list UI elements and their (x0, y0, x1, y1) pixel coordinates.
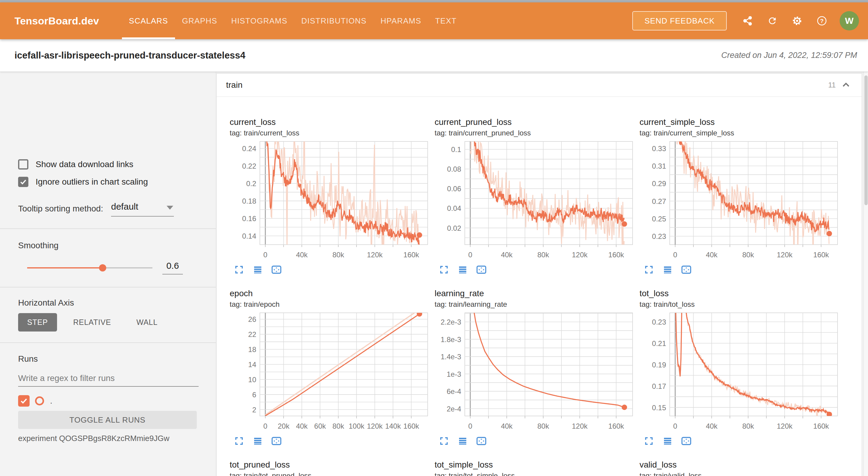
svg-text:0.29: 0.29 (652, 180, 666, 188)
scalar-chart-card: current_pruned_loss tag: train/current_p… (435, 117, 634, 277)
show-download-links-checkbox[interactable]: Show data download links (18, 159, 133, 169)
svg-text:0.22: 0.22 (242, 162, 256, 170)
train-section-header[interactable]: train 11 (217, 73, 862, 97)
checkbox-checked[interactable] (18, 177, 28, 187)
horizontal-axis-label: Horizontal Axis (18, 298, 74, 308)
log-scale-lines-icon[interactable] (253, 436, 263, 446)
run-checkbox-checked[interactable] (18, 395, 30, 407)
svg-text:0: 0 (468, 422, 472, 430)
svg-text:0.02: 0.02 (447, 224, 461, 232)
svg-text:40k: 40k (501, 251, 513, 259)
expand-chart-icon[interactable] (439, 436, 449, 446)
created-timestamp: Created on Jun 4, 2022, 12:59:07 PM (721, 51, 857, 60)
svg-text:26: 26 (248, 315, 256, 323)
chart-tag: tag: train/learning_rate (435, 300, 634, 309)
expand-chart-icon[interactable] (234, 264, 244, 275)
chart-toolbar (234, 263, 429, 277)
chart-title: tot_pruned_loss (230, 460, 429, 470)
expand-chart-icon[interactable] (644, 264, 654, 275)
chart-tag: tag: train/epoch (230, 300, 429, 309)
svg-text:80k: 80k (333, 251, 345, 259)
user-avatar[interactable]: W (840, 11, 859, 30)
log-scale-lines-icon[interactable] (458, 264, 468, 275)
app-logo: TensorBoard.dev (14, 15, 99, 27)
divider (0, 342, 216, 343)
chart-plot[interactable]: 0.230.210.190.170.15040k80k120k160k (640, 312, 839, 433)
axis-mode-relative[interactable]: RELATIVE (64, 313, 120, 331)
tab-text[interactable]: TEXT (428, 2, 464, 39)
chart-tag: tag: train/current_pruned_loss (435, 129, 634, 137)
chart-plot[interactable]: 0.10.080.060.040.02040k80k120k160k (435, 141, 634, 261)
svg-text:160k: 160k (404, 251, 420, 259)
svg-text:40k: 40k (706, 251, 718, 259)
svg-text:0.15: 0.15 (652, 404, 666, 412)
tab-histograms[interactable]: HISTOGRAMS (224, 2, 294, 39)
fit-domain-icon[interactable] (681, 436, 691, 446)
send-feedback-button[interactable]: SEND FEEDBACK (632, 11, 727, 30)
ignore-outliers-checkbox[interactable]: Ignore outliers in chart scaling (18, 177, 148, 187)
share-icon[interactable] (741, 14, 754, 27)
tooltip-sort-dropdown[interactable]: default (111, 201, 174, 217)
svg-text:0.23: 0.23 (652, 318, 666, 326)
refresh-icon[interactable] (766, 14, 779, 27)
settings-icon[interactable] (790, 14, 804, 27)
runs-filter-input[interactable]: Write a regex to filter runs (18, 374, 198, 383)
chart-plot[interactable]: 2.2e-31.8e-31.4e-31e-36e-42e-4040k80k120… (435, 312, 634, 433)
fit-domain-icon[interactable] (271, 436, 282, 446)
experiment-title-bar: icefall-asr-librispeech-pruned-transduce… (0, 39, 868, 72)
chevron-up-icon[interactable] (840, 80, 851, 91)
checkbox-unchecked[interactable] (18, 159, 28, 169)
run-list-item[interactable]: . (18, 395, 52, 407)
svg-text:6e-4: 6e-4 (447, 387, 461, 395)
svg-text:2e-4: 2e-4 (447, 405, 461, 413)
svg-text:80k: 80k (537, 251, 550, 259)
svg-text:0.16: 0.16 (242, 215, 256, 223)
tab-distributions[interactable]: DISTRIBUTIONS (294, 2, 373, 39)
chart-tag: tag: train/current_simple_loss (640, 129, 839, 137)
svg-text:14: 14 (248, 360, 256, 369)
page-scrollbar[interactable] (864, 72, 868, 476)
svg-text:2.2e-3: 2.2e-3 (441, 318, 461, 326)
log-scale-lines-icon[interactable] (662, 264, 673, 275)
smoothing-value[interactable]: 0.6 (162, 261, 183, 271)
chart-plot[interactable]: 0.330.310.290.270.250.23040k80k120k160k (640, 141, 839, 261)
tab-scalars[interactable]: SCALARS (122, 2, 175, 39)
svg-text:0: 0 (468, 251, 472, 259)
expand-chart-icon[interactable] (234, 436, 244, 446)
tab-graphs[interactable]: GRAPHS (175, 2, 224, 39)
svg-text:0: 0 (673, 251, 677, 259)
app-header: TensorBoard.dev SCALARSGRAPHSHISTOGRAMSD… (0, 2, 868, 39)
axis-mode-wall[interactable]: WALL (127, 313, 166, 331)
fit-domain-icon[interactable] (681, 264, 691, 275)
svg-text:10: 10 (248, 376, 256, 384)
chart-title: valid_loss (640, 460, 839, 470)
axis-mode-step[interactable]: STEP (18, 313, 57, 331)
expand-chart-icon[interactable] (439, 264, 449, 275)
toggle-all-runs-button[interactable]: TOGGLE ALL RUNS (18, 411, 197, 429)
slider-thumb[interactable] (99, 264, 106, 272)
fit-domain-icon[interactable] (271, 264, 282, 275)
chart-plot[interactable]: 0.240.220.20.180.160.14040k80k120k160k (230, 141, 429, 261)
svg-text:0.17: 0.17 (652, 382, 666, 390)
log-scale-lines-icon[interactable] (458, 436, 468, 446)
scalar-chart-card: current_loss tag: train/current_loss 0.2… (230, 117, 429, 277)
log-scale-lines-icon[interactable] (662, 436, 673, 446)
log-scale-lines-icon[interactable] (253, 264, 263, 275)
svg-text:120k: 120k (777, 251, 793, 259)
svg-text:80k: 80k (537, 422, 550, 430)
svg-text:1e-3: 1e-3 (447, 370, 461, 378)
svg-text:120k: 120k (777, 422, 793, 430)
fit-domain-icon[interactable] (476, 436, 487, 446)
help-icon[interactable]: ? (815, 14, 829, 27)
fit-domain-icon[interactable] (476, 264, 487, 275)
scrollbar-thumb[interactable] (864, 75, 868, 205)
run-color-swatch (35, 396, 44, 405)
chart-plot[interactable]: 261014182226020k40k60k80k100k120k140k160… (230, 312, 429, 433)
chart-tag: tag: train/tot_pruned_loss (230, 472, 429, 476)
svg-text:0: 0 (673, 422, 677, 430)
svg-text:0.04: 0.04 (447, 204, 461, 212)
chart-title: learning_rate (435, 289, 634, 298)
tab-hparams[interactable]: HPARAMS (374, 2, 428, 39)
expand-chart-icon[interactable] (644, 436, 654, 446)
chart-title: current_simple_loss (640, 117, 839, 127)
